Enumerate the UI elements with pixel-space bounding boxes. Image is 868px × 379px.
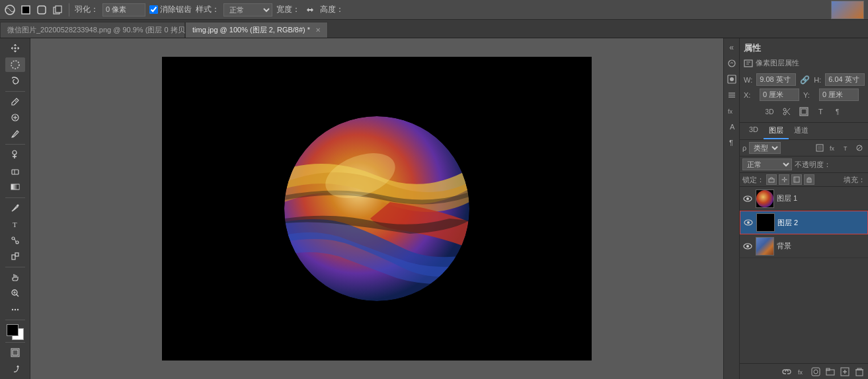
layer-1-visibility[interactable] <box>742 193 753 204</box>
y-value: 0 厘米 <box>819 88 859 101</box>
properties-icon[interactable] <box>725 88 738 102</box>
layer-fx-btn[interactable]: fx <box>827 142 839 154</box>
frame-icon[interactable] <box>797 105 810 118</box>
layer-thumbnail-btn[interactable] <box>814 142 826 154</box>
svg-rect-12 <box>12 170 19 174</box>
eraser-tool[interactable] <box>5 164 25 179</box>
svg-point-17 <box>12 237 15 240</box>
layers-blend-row: 正常 溶解 正片叠底 不透明度： <box>740 156 868 173</box>
adjust-icon[interactable] <box>725 57 738 70</box>
layer-2-visibility[interactable] <box>743 217 754 228</box>
right-panel: 属性 像素图层属性 W: 9.08 英寸 🔗 H: 6.04 英寸 X: 0 厘… <box>739 38 868 379</box>
clone-stamp-tool[interactable] <box>5 147 25 162</box>
ellipse-tool-icon[interactable] <box>4 4 16 16</box>
color-boxes[interactable] <box>5 324 25 338</box>
style-select[interactable]: 正常 固定比例 固定大小 <box>223 3 272 17</box>
ellipsis-tool[interactable] <box>5 302 25 318</box>
scissors-icon[interactable] <box>780 105 793 118</box>
tool-sep-3 <box>5 197 25 198</box>
swap-dimensions-icon[interactable] <box>304 4 316 16</box>
layer-1-name: 图层 1 <box>777 193 865 203</box>
bg-visibility[interactable] <box>742 241 753 252</box>
tab-3d[interactable]: 3D <box>744 123 764 139</box>
layers-lock-row: 锁定： ✛ 填充： <box>740 173 868 187</box>
pen-tool[interactable] <box>5 201 25 216</box>
lasso-tool[interactable] <box>5 73 25 88</box>
xy-row: X: 0 厘米 Y: 0 厘米 <box>744 88 864 101</box>
svg-point-67 <box>746 197 749 200</box>
layer-item-1[interactable]: 图层 1 <box>740 187 868 211</box>
tab-layers[interactable]: 图层 <box>764 123 789 139</box>
ellipse-select-tool[interactable] <box>5 57 25 73</box>
anti-alias-label: 消除锯齿 <box>160 4 192 15</box>
layer-item-bg[interactable]: 背景 <box>740 234 868 258</box>
svg-point-11 <box>13 151 17 155</box>
lock-artboard-btn[interactable] <box>791 174 802 185</box>
planet-image <box>284 116 469 301</box>
tab-2[interactable]: timg.jpg @ 100% (图层 2, RGB/8#) * ✕ <box>185 22 328 38</box>
layers-section: 3D 图层 通道 ρ 类型 名称 效果 fx <box>740 123 868 379</box>
text-tool[interactable]: T <box>5 217 25 232</box>
blend-mode-select[interactable]: 正常 溶解 正片叠底 <box>742 158 792 170</box>
layer-type-select[interactable]: 类型 名称 效果 <box>749 142 781 154</box>
tool-sep-6 <box>5 342 25 343</box>
layer-mask-btn[interactable] <box>853 142 865 154</box>
lock-all-btn[interactable] <box>804 174 814 185</box>
path-select-tool[interactable] <box>5 233 25 248</box>
paragraph-side-icon[interactable]: ¶ <box>832 105 845 118</box>
x-label: X: <box>744 91 756 99</box>
fill-label: 填充： <box>844 175 865 185</box>
zoom-tool[interactable] <box>5 286 25 301</box>
lock-label: 锁定： <box>742 175 764 185</box>
layer-group-btn[interactable] <box>824 366 836 378</box>
pixel-layer-label: 像素图层属性 <box>756 58 799 68</box>
tools-panel: T <box>0 38 30 379</box>
properties-icons-row: 3D T ¶ <box>744 105 864 118</box>
layer-delete-btn[interactable] <box>853 366 865 378</box>
bg-name: 背景 <box>777 241 865 251</box>
mask-icon[interactable] <box>725 73 738 86</box>
panel-expand-icon[interactable]: « <box>725 41 738 54</box>
canvas-area[interactable] <box>30 38 723 379</box>
search-icon: ρ <box>742 144 746 152</box>
tab-channels[interactable]: 通道 <box>789 123 814 139</box>
svg-text:¶: ¶ <box>836 108 839 116</box>
gradient-tool[interactable] <box>5 180 25 195</box>
layer-mask-bottom-btn[interactable] <box>810 366 822 378</box>
link-icon[interactable]: 🔗 <box>800 75 810 85</box>
y-label: Y: <box>803 91 815 99</box>
channels-tool[interactable] <box>5 345 25 361</box>
svg-point-69 <box>747 221 750 224</box>
shape-tool[interactable] <box>5 249 25 264</box>
layer-item-2[interactable]: 图层 2 <box>740 211 868 234</box>
fg-color[interactable] <box>7 324 19 336</box>
text-icon-side[interactable]: A <box>725 120 738 133</box>
brush-tool[interactable] <box>5 127 25 142</box>
lock-position-btn[interactable]: ✛ <box>779 174 789 185</box>
copy-icon[interactable] <box>52 4 63 16</box>
layer-fx-bottom-btn[interactable]: fx <box>795 366 807 378</box>
hand-tool[interactable] <box>5 270 25 285</box>
layer-type-btn[interactable]: T <box>840 142 852 154</box>
tool-sep-1 <box>5 91 25 92</box>
paragraph-icon[interactable]: ¶ <box>725 136 738 149</box>
fx-icon[interactable]: fx <box>725 104 738 118</box>
anti-alias-checkbox[interactable] <box>149 5 158 14</box>
eyedropper-tool[interactable] <box>5 94 25 110</box>
tab-2-close[interactable]: ✕ <box>315 26 321 34</box>
tool-sep-4 <box>5 267 25 267</box>
rect-tool-icon[interactable] <box>20 4 32 16</box>
svg-point-28 <box>17 309 18 310</box>
move-tool[interactable] <box>5 41 25 56</box>
properties-title: 属性 <box>744 42 864 54</box>
layer-link-btn[interactable] <box>781 366 793 378</box>
tab-1[interactable]: 微信图片_20200528233948.png @ 90.9% (图层 0 拷贝… <box>0 22 185 38</box>
lock-pixel-btn[interactable] <box>766 174 777 185</box>
layer-new-btn[interactable] <box>839 366 851 378</box>
rounded-rect-icon[interactable] <box>36 4 48 16</box>
type-icon[interactable]: T <box>814 105 828 118</box>
3d-icon[interactable]: 3D <box>763 105 776 118</box>
rotate-tool[interactable] <box>5 361 25 376</box>
feather-input[interactable] <box>102 3 145 17</box>
heal-tool[interactable] <box>5 110 25 125</box>
